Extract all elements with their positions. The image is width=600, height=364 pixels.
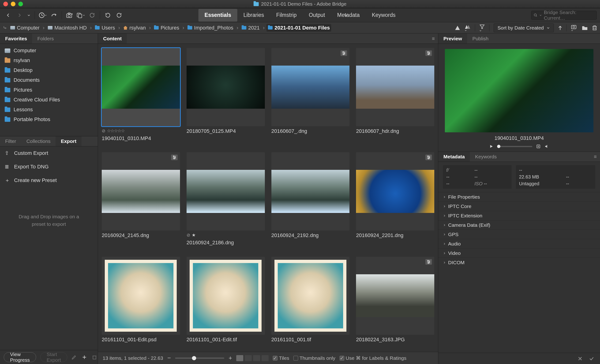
breadcrumb-pictures[interactable]: Pictures bbox=[153, 24, 180, 32]
favorites-item-pictures[interactable]: Pictures bbox=[0, 85, 98, 95]
path-reveal-button[interactable]: ⤷ bbox=[3, 25, 7, 31]
recents-button[interactable] bbox=[38, 10, 47, 20]
loop-button[interactable] bbox=[536, 144, 541, 149]
metadata-section-audio[interactable]: Audio bbox=[438, 239, 600, 248]
favorites-tab[interactable]: Favorites bbox=[0, 34, 32, 44]
thumbnail-item[interactable]: 20180705_0125.MP4 bbox=[187, 48, 265, 146]
nav-forward-button[interactable] bbox=[15, 10, 24, 20]
open-in-camera-raw-button[interactable] bbox=[571, 24, 578, 32]
workspace-tab-output[interactable]: Output bbox=[303, 9, 331, 22]
filter-tab[interactable]: Filter bbox=[0, 136, 21, 146]
mute-button[interactable] bbox=[544, 144, 549, 149]
rating-stars[interactable]: ★ bbox=[192, 232, 195, 238]
minimize-window-button[interactable] bbox=[11, 2, 16, 6]
favorites-item-portable-photos[interactable]: Portable Photos bbox=[0, 115, 98, 124]
delete-preset-icon[interactable] bbox=[92, 355, 97, 360]
thumbnail-item[interactable]: 20160924_2192.dng bbox=[272, 152, 350, 250]
metadata-section-dicom[interactable]: DICOM bbox=[438, 258, 600, 267]
close-window-button[interactable] bbox=[3, 2, 8, 6]
refresh-button[interactable] bbox=[87, 10, 97, 20]
ratings-filter-button[interactable] bbox=[455, 25, 460, 30]
tiles-checkbox[interactable]: ✓Tiles bbox=[273, 355, 289, 361]
export-preset-custom-export[interactable]: ⇪Custom Export bbox=[0, 146, 98, 160]
favorites-item-creative-cloud-files[interactable]: Creative Cloud Files bbox=[0, 95, 98, 105]
content-panel-menu[interactable]: ≡ bbox=[429, 36, 438, 41]
rotate-ccw-button[interactable] bbox=[103, 10, 113, 20]
view-progress-button[interactable]: View Progress bbox=[4, 352, 36, 362]
filter-button[interactable] bbox=[479, 24, 485, 32]
breadcrumb-2021-01-01-demo-files[interactable]: 2021-01-01 Demo Files bbox=[266, 24, 331, 32]
boomerang-button[interactable] bbox=[49, 10, 59, 20]
ratings-filter-clear-button[interactable] bbox=[465, 24, 471, 32]
breadcrumb-computer[interactable]: Computer bbox=[9, 24, 41, 32]
export-tab[interactable]: Export bbox=[56, 136, 82, 146]
thumbnail-item[interactable]: 20161101_001.tif bbox=[272, 257, 350, 348]
thumbnail-item[interactable]: ⊘☆☆☆☆☆19040101_0310.MP4 bbox=[102, 48, 180, 146]
metadata-section-gps[interactable]: GPS bbox=[438, 229, 600, 239]
workspace-tab-essentials[interactable]: Essentials bbox=[198, 9, 237, 22]
favorites-item-documents[interactable]: Documents bbox=[0, 75, 98, 85]
breadcrumb-macintosh-hd[interactable]: Macintosh HD bbox=[47, 24, 88, 32]
thumbnail-item[interactable]: 20160607_.dng bbox=[272, 48, 350, 146]
thumbnail-item[interactable]: ⊘★20160924_2186.dng bbox=[187, 152, 265, 250]
favorites-item-lessons[interactable]: Lessons bbox=[0, 105, 98, 115]
view-details-button[interactable] bbox=[253, 355, 260, 361]
workspace-tab-libraries[interactable]: Libraries bbox=[237, 9, 270, 22]
cancel-metadata-button[interactable] bbox=[578, 356, 583, 361]
metadata-panel-menu[interactable]: ≡ bbox=[591, 154, 600, 160]
thumbnail-size-slider[interactable] bbox=[175, 357, 224, 359]
nav-back-button[interactable] bbox=[3, 10, 13, 20]
rating-stars[interactable]: ☆☆☆☆☆ bbox=[107, 128, 124, 134]
metadata-section-camera-data-exif-[interactable]: Camera Data (Exif) bbox=[438, 220, 600, 229]
breadcrumb-2021[interactable]: 2021 bbox=[240, 24, 261, 32]
thumbnail-item[interactable]: 20161101_001-Edit.tif bbox=[187, 257, 265, 348]
rotate-cw-button[interactable] bbox=[114, 10, 124, 20]
view-list-button[interactable] bbox=[262, 355, 269, 361]
view-grid-lock-button[interactable] bbox=[236, 355, 243, 361]
sort-direction-button[interactable] bbox=[558, 25, 562, 30]
export-preset-export-to-dng[interactable]: ≣Export To DNG bbox=[0, 160, 98, 173]
play-button[interactable] bbox=[489, 144, 493, 148]
workspace-tab-metadata[interactable]: Metadata bbox=[331, 9, 366, 22]
nav-history-button[interactable] bbox=[26, 10, 32, 20]
thumbnail-item[interactable]: 20161101_001-Edit.psd bbox=[102, 257, 180, 348]
breadcrumb-rsylvan[interactable]: rsylvan bbox=[122, 24, 147, 32]
breadcrumb-users[interactable]: Users bbox=[94, 24, 116, 32]
thumbnails-only-checkbox[interactable]: Thumbnails only bbox=[293, 355, 335, 361]
zoom-window-button[interactable] bbox=[18, 2, 23, 6]
collections-tab[interactable]: Collections bbox=[21, 136, 56, 146]
favorites-item-computer[interactable]: Computer bbox=[0, 46, 98, 55]
metadata-section-video[interactable]: Video bbox=[438, 248, 600, 258]
thumbnail-item[interactable]: 20160924_2145.dng bbox=[102, 152, 180, 250]
metadata-tab[interactable]: Metadata bbox=[438, 152, 470, 162]
workspace-tab-keywords[interactable]: Keywords bbox=[366, 9, 402, 22]
metadata-section-iptc-extension[interactable]: IPTC Extension bbox=[438, 211, 600, 220]
preview-image[interactable] bbox=[445, 49, 593, 132]
workspace-tab-filmstrip[interactable]: Filmstrip bbox=[270, 9, 303, 22]
breadcrumb-imported-photos[interactable]: Imported_Photos bbox=[186, 24, 235, 32]
favorites-item-desktop[interactable]: Desktop bbox=[0, 65, 98, 75]
view-grid-button[interactable] bbox=[245, 355, 252, 361]
batch-rename-button[interactable] bbox=[76, 10, 86, 20]
content-tab[interactable]: Content bbox=[98, 34, 127, 44]
export-preset-create-new-preset[interactable]: ＋Create new Preset bbox=[0, 173, 98, 187]
new-folder-button[interactable] bbox=[582, 25, 588, 30]
thumbnail-item[interactable]: 20160924_2201.dng bbox=[356, 152, 434, 250]
zoom-out-button[interactable]: − bbox=[167, 355, 171, 362]
publish-tab[interactable]: Publish bbox=[467, 34, 494, 44]
search-field[interactable]: Bridge Search: Current… bbox=[531, 11, 597, 20]
favorites-item-rsylvan[interactable]: rsylvan bbox=[0, 55, 98, 65]
cmd-labels-checkbox[interactable]: ✓Use ⌘ for Labels & Ratings bbox=[340, 355, 406, 361]
keywords-tab[interactable]: Keywords bbox=[470, 152, 502, 162]
video-scrubber[interactable] bbox=[497, 146, 532, 147]
apply-metadata-button[interactable] bbox=[589, 356, 594, 361]
add-preset-icon[interactable] bbox=[82, 355, 87, 360]
folders-tab[interactable]: Folders bbox=[32, 34, 59, 44]
thumbnail-item[interactable]: 20180224_3163.JPG bbox=[356, 257, 434, 348]
delete-button[interactable] bbox=[592, 25, 597, 31]
zoom-in-button[interactable]: + bbox=[228, 355, 232, 362]
sort-button[interactable]: Sort by Date Created bbox=[494, 23, 554, 32]
metadata-section-file-properties[interactable]: File Properties bbox=[438, 192, 600, 201]
thumbnail-item[interactable]: 20160607_hdr.dng bbox=[356, 48, 434, 146]
metadata-section-iptc-core[interactable]: IPTC Core bbox=[438, 201, 600, 211]
